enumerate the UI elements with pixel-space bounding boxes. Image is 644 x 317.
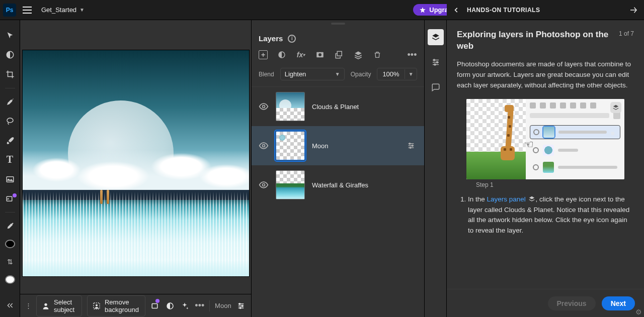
tutorial-panel: Exploring layers in Photoshop on the web… xyxy=(447,20,644,317)
adjust-tool[interactable] xyxy=(3,49,17,60)
svg-point-20 xyxy=(263,105,265,108)
adjustment-layer-button[interactable] xyxy=(277,50,287,60)
new-layer-button[interactable]: + xyxy=(259,50,268,59)
layer-thumbnail xyxy=(276,131,305,160)
layers-panel-title: Layers xyxy=(259,34,283,43)
svg-rect-19 xyxy=(337,51,342,56)
lasso-tool[interactable] xyxy=(3,116,17,127)
svg-point-18 xyxy=(318,53,321,56)
settings-icon[interactable]: ⚙ xyxy=(635,308,642,316)
remove-bg-icon xyxy=(93,301,101,310)
svg-rect-11 xyxy=(152,303,157,308)
move-tool[interactable] xyxy=(3,30,17,41)
svg-point-21 xyxy=(263,145,265,147)
layer-options[interactable] xyxy=(405,140,417,152)
clip-button[interactable] xyxy=(334,50,344,60)
context-layer-label: Moon xyxy=(215,302,231,309)
step-caption: Step 1 xyxy=(476,181,634,188)
more-options[interactable]: ••• xyxy=(195,298,204,313)
layers-panel-link[interactable]: Layers panel xyxy=(487,195,526,203)
visibility-toggle[interactable] xyxy=(259,180,269,190)
document-name: Get_Started xyxy=(41,6,76,14)
heal-tool[interactable] xyxy=(3,96,17,108)
layer-list: Clouds & Planet Moon Waterfall & Giraffe… xyxy=(252,87,424,317)
brush-tool[interactable] xyxy=(3,135,17,146)
photoshop-logo: Ps xyxy=(3,4,16,17)
left-toolbar: T ⇅ xyxy=(0,20,20,317)
select-subject-button[interactable]: Select subject xyxy=(36,295,82,316)
canvas-area: ⋮ Select subject Remove background ••• M… xyxy=(20,20,251,317)
separator xyxy=(5,88,15,88)
layer-thumbnail xyxy=(276,92,305,121)
svg-point-15 xyxy=(240,307,242,308)
tab-comments[interactable] xyxy=(428,79,444,95)
svg-point-24 xyxy=(410,147,411,149)
visibility-toggle[interactable] xyxy=(259,141,269,151)
layer-row[interactable]: Moon xyxy=(252,126,424,165)
remove-background-button[interactable]: Remove background xyxy=(87,295,145,316)
foreground-color-swatch[interactable] xyxy=(5,240,15,248)
background-color-swatch[interactable] xyxy=(5,275,15,284)
expand-tools[interactable] xyxy=(3,300,17,311)
svg-point-4 xyxy=(13,98,14,99)
sparkle-button[interactable] xyxy=(180,298,190,313)
separator xyxy=(5,212,15,213)
next-button[interactable]: Next xyxy=(602,296,635,310)
panel-drag-handle[interactable] xyxy=(252,20,424,27)
visibility-toggle[interactable] xyxy=(259,101,269,112)
artboard[interactable] xyxy=(23,50,249,276)
layers-stack-button[interactable] xyxy=(353,50,363,60)
person-icon xyxy=(42,301,50,310)
layer-settings[interactable] xyxy=(236,298,246,313)
tutorial-step-1: In the Layers panel , click the eye icon… xyxy=(468,194,634,237)
swap-colors[interactable]: ⇅ xyxy=(3,256,17,267)
svg-point-22 xyxy=(409,143,411,145)
mask-adjust-button[interactable] xyxy=(165,298,175,313)
layer-row[interactable]: Waterfall & Giraffes xyxy=(252,165,424,204)
svg-point-28 xyxy=(434,64,436,65)
previous-button[interactable]: Previous xyxy=(548,296,596,310)
svg-point-10 xyxy=(96,304,98,306)
divider xyxy=(209,300,210,311)
tutorial-intro: Photoshop documents are made of layers t… xyxy=(457,59,634,91)
delete-layer-button[interactable] xyxy=(372,50,382,60)
document-name-dropdown[interactable]: Get_Started ▼ xyxy=(38,4,88,16)
tutorial-header-label: HANDS-ON TUTORIALS xyxy=(467,7,540,14)
eyedropper-tool[interactable] xyxy=(3,221,17,232)
tutorial-progress: 1 of 7 xyxy=(619,29,634,37)
text-tool[interactable]: T xyxy=(3,154,17,165)
layers-icon xyxy=(528,195,536,202)
layers-more[interactable]: ••• xyxy=(407,50,417,60)
info-icon[interactable]: i xyxy=(288,35,296,43)
image-tool[interactable] xyxy=(3,173,17,184)
tab-layers[interactable] xyxy=(428,29,444,45)
tutorial-collapse[interactable] xyxy=(629,6,638,15)
svg-point-5 xyxy=(7,118,13,123)
tab-properties[interactable] xyxy=(428,54,444,70)
svg-point-25 xyxy=(263,184,265,186)
generative-fill-tool[interactable] xyxy=(3,193,17,204)
mask-button[interactable] xyxy=(315,50,325,60)
layer-row[interactable]: Clouds & Planet xyxy=(252,87,424,126)
opacity-input[interactable]: 100% ▼ xyxy=(377,68,417,80)
svg-point-14 xyxy=(242,305,244,306)
tutorial-back[interactable] xyxy=(453,7,460,14)
crop-tool[interactable] xyxy=(3,69,17,80)
generative-button[interactable] xyxy=(150,298,160,313)
chevron-down-icon[interactable]: ▼ xyxy=(405,69,417,79)
tutorial-title: Exploring layers in Photoshop on the web xyxy=(457,29,613,52)
svg-point-26 xyxy=(433,59,435,61)
svg-point-8 xyxy=(44,303,47,305)
blend-label: Blend xyxy=(259,71,274,78)
svg-point-23 xyxy=(412,145,413,147)
hamburger-menu[interactable] xyxy=(20,3,34,17)
svg-point-13 xyxy=(239,303,240,304)
canvas-viewport[interactable] xyxy=(20,20,251,294)
blend-mode-dropdown[interactable]: Lighten▼ xyxy=(280,68,345,80)
opacity-label: Opacity xyxy=(351,71,371,78)
layer-thumbnail xyxy=(276,170,305,199)
fx-button[interactable]: fx▾ xyxy=(296,50,306,60)
panel-resize-handle[interactable]: ⋮ xyxy=(25,300,31,312)
tutorial-header: HANDS-ON TUTORIALS xyxy=(447,0,644,20)
layers-panel: Layers i + fx▾ ••• Blend Lighten▼ Opacit… xyxy=(251,20,425,317)
